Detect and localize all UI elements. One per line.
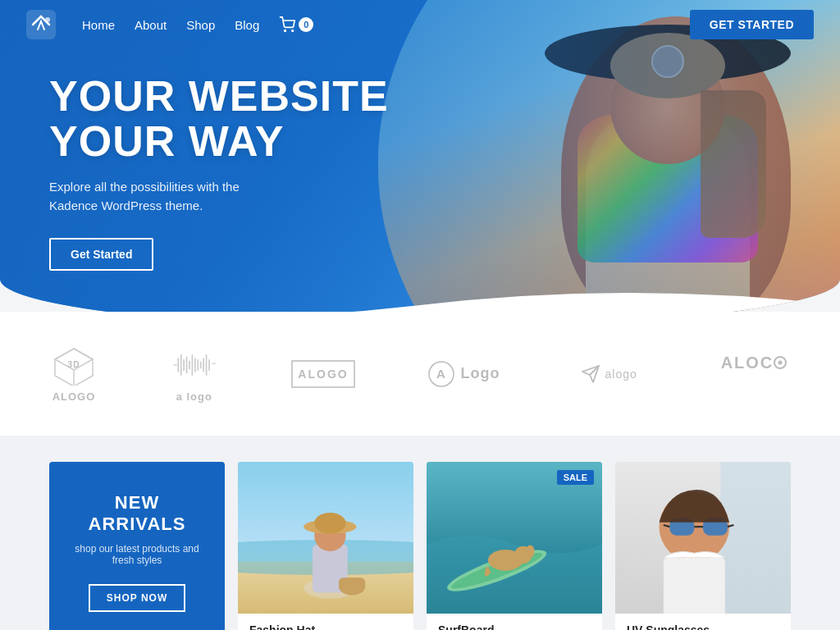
logo-1: 3D ALOGO	[49, 345, 98, 403]
hero-content: YOUR WEBSITE YOUR WAY Explore all the po…	[49, 74, 389, 271]
navbar: Home About Shop Blog 0 GET STARTED	[0, 0, 840, 49]
cart-count: 0	[299, 17, 313, 32]
nav-links: Home About Shop Blog 0	[82, 16, 690, 33]
product-info-glasses: UV Sunglasses $54.00	[615, 614, 791, 630]
svg-text:ALOGO: ALOGO	[298, 368, 348, 381]
svg-point-1	[45, 17, 50, 22]
new-arrivals-title: NEW ARRIVALS	[69, 492, 205, 535]
product-surfboard: SALE	[427, 462, 602, 630]
nav-blog[interactable]: Blog	[235, 18, 259, 32]
product-info-surf: SurfBoard $34.00$29.00	[427, 614, 602, 630]
hero-subtitle: Explore all the possibilities with theKa…	[49, 178, 389, 215]
products-section: NEW ARRIVALS shop our latest products an…	[0, 436, 840, 630]
product-name-surf: SurfBoard	[438, 623, 591, 630]
svg-point-2	[285, 30, 286, 32]
cart-button[interactable]: 0	[279, 16, 313, 33]
svg-rect-43	[720, 462, 791, 614]
nav-home[interactable]: Home	[82, 18, 115, 32]
hero-cta-button[interactable]: Get Started	[49, 238, 153, 271]
product-info-hat: Fashion Hat $59.00	[238, 614, 413, 630]
logo-2: a logo	[170, 345, 219, 403]
new-arrivals-subtitle: shop our latest products and fresh style…	[69, 543, 205, 566]
logo-5: alogo	[572, 354, 646, 395]
logo-2-text: a logo	[176, 390, 212, 403]
shop-now-button[interactable]: SHOP NOW	[89, 584, 185, 612]
product-fashion-hat: Fashion Hat $59.00	[238, 462, 413, 630]
logo-3: ALOGO	[290, 354, 356, 395]
logo-4: A Logo	[427, 354, 500, 395]
product-image-glasses	[615, 462, 791, 614]
sale-badge: SALE	[557, 470, 594, 485]
svg-text:3D: 3D	[67, 360, 80, 369]
nav-shop[interactable]: Shop	[186, 18, 215, 32]
product-name-glasses: UV Sunglasses	[627, 623, 779, 630]
nav-about[interactable]: About	[135, 18, 167, 32]
get-started-button[interactable]: GET STARTED	[690, 10, 814, 39]
svg-point-33	[314, 513, 346, 534]
logo-1-text: ALOGO	[52, 390, 96, 403]
products-grid: NEW ARRIVALS shop our latest products an…	[49, 462, 791, 630]
svg-rect-0	[26, 10, 56, 39]
product-image-beach	[238, 462, 413, 614]
svg-rect-50	[664, 558, 725, 614]
new-arrivals-card: NEW ARRIVALS shop our latest products an…	[49, 462, 225, 630]
logos-strip: 3D ALOGO	[0, 312, 840, 436]
svg-point-3	[292, 30, 294, 32]
product-image-surf: SALE	[427, 462, 602, 614]
product-name-hat: Fashion Hat	[249, 623, 402, 630]
site-logo[interactable]	[26, 10, 56, 39]
logo-6: ALOC	[717, 354, 791, 395]
svg-point-41	[526, 546, 535, 558]
svg-text:A: A	[436, 367, 446, 381]
hero-section: Home About Shop Blog 0 GET STARTED	[0, 0, 840, 328]
svg-rect-35	[339, 578, 365, 591]
product-sunglasses: UV Sunglasses $54.00	[615, 462, 791, 630]
hero-title: YOUR WEBSITE YOUR WAY	[49, 74, 389, 163]
